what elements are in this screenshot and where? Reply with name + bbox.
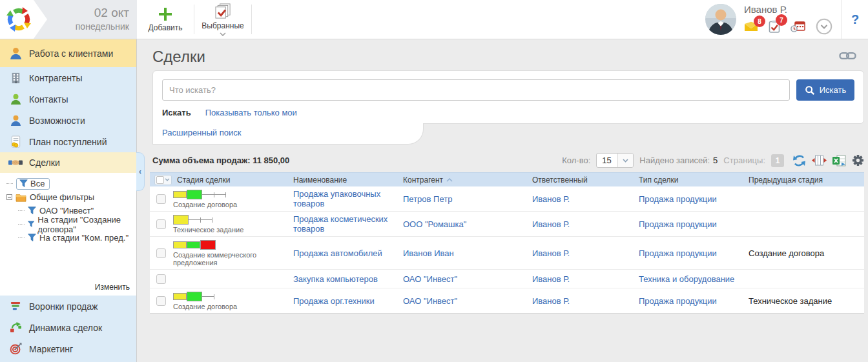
deal-name-link[interactable]: Продажа косметических товаров [293, 214, 388, 234]
refresh-icon [792, 154, 806, 167]
responsible-link[interactable]: Иванов Р. [532, 274, 570, 284]
deal-type-link[interactable]: Продажа продукции [639, 296, 717, 306]
excel-export-button[interactable] [832, 155, 846, 166]
row-checkbox[interactable] [156, 274, 166, 284]
user-menu-button[interactable] [816, 18, 832, 35]
column-header-deal-type[interactable]: Тип сделки [634, 176, 743, 185]
chevron-down-icon [220, 32, 226, 36]
funnel-chart-icon [8, 301, 23, 312]
sidebar-bottom: Воронки продаж Динамика сделок Маркетинг [0, 296, 136, 362]
sidebar-item-counterparties[interactable]: Контрагенты [0, 67, 136, 88]
sidebar-item-deal-dynamics[interactable]: Динамика сделок [0, 317, 136, 338]
sidebar-item-clients[interactable]: Работа с клиентами [0, 39, 136, 67]
deal-name-link[interactable]: Закупка компьютеров [293, 274, 378, 284]
filter-tree: Все Общие фильтры ОАО "Инвест" На стадии… [0, 173, 136, 296]
sidebar-section-deals[interactable]: Сделки [0, 152, 136, 173]
counterparty-link[interactable]: ООО "Ромашка" [403, 219, 466, 229]
counterparty-link[interactable]: Иванов Иван [403, 248, 454, 258]
selected-button[interactable]: Выбранные [194, 0, 251, 39]
expander-minus-icon[interactable] [6, 194, 12, 200]
current-page-badge[interactable]: 1 [771, 154, 784, 167]
sidebar-section-label: Сделки [29, 157, 60, 168]
refresh-button[interactable] [792, 154, 806, 167]
tree-node-all[interactable]: Все [6, 177, 136, 190]
sidebar-item-sales-funnels[interactable]: Воронки продаж [0, 296, 136, 317]
mail-badge: 8 [754, 15, 765, 27]
sidebar-item-contacts[interactable]: Контакты [0, 88, 136, 110]
dynamics-arrow-icon [8, 322, 23, 333]
columns-button[interactable] [812, 155, 827, 166]
only-mine-link[interactable]: Показывать только мои [205, 108, 297, 117]
mail-notification[interactable]: 8 [744, 21, 758, 32]
task-notification[interactable]: 7 [769, 20, 780, 33]
sidebar-item-income-plan[interactable]: План поступлений [0, 131, 136, 152]
responsible-link[interactable]: Иванов Р. [532, 194, 570, 204]
stage-indicator [173, 190, 288, 199]
sidebar-collapse-handle[interactable]: ‹ [136, 152, 145, 191]
user-name[interactable]: Иванов Р. [744, 4, 832, 15]
settings-button[interactable] [852, 154, 864, 166]
edit-link[interactable]: Изменить [88, 279, 136, 296]
table-header: Стадия сделки Наименование Контрагент От… [150, 172, 864, 186]
sidebar-item-opportunities[interactable]: Возможности [0, 110, 136, 131]
help-button[interactable]: ? [842, 12, 868, 27]
total-label: Сумма объема продаж: [152, 156, 251, 165]
building-icon [8, 72, 23, 84]
sidebar-item-marketing[interactable]: Маркетинг [0, 338, 136, 359]
tree-node-label: Все [30, 179, 45, 188]
stage-indicator [173, 215, 288, 225]
target-icon [8, 343, 23, 355]
column-header-prev-stage[interactable]: Предыдущая стадия [743, 176, 864, 185]
sort-asc-icon [446, 178, 453, 182]
row-checkbox[interactable] [156, 194, 166, 204]
sidebar: Работа с клиентами Контрагенты Контакты … [0, 39, 137, 362]
plus-icon [158, 6, 173, 22]
responsible-link[interactable]: Иванов Р. [532, 219, 570, 229]
deal-name-link[interactable]: Продажа автомобилей [293, 248, 382, 258]
stage-cell: Создание договора [172, 288, 288, 313]
sidebar-item-label: Динамика сделок [29, 323, 102, 333]
responsible-link[interactable]: Иванов Р. [532, 296, 570, 306]
count-select[interactable]: 15 [596, 153, 634, 168]
tree-filter-contract-stage[interactable]: На стадии "Создание договора" [18, 217, 136, 231]
calendar-button[interactable] [790, 21, 805, 32]
circle-chevron-down-icon [816, 18, 832, 35]
table-row[interactable]: Создание договора Продажа орг.техники ОА… [150, 288, 864, 314]
table-row[interactable]: Закупка компьютеров ОАО "Инвест" Иванов … [150, 270, 864, 288]
counterparty-link[interactable]: Петров Петр [403, 194, 452, 204]
tree-stub [6, 183, 13, 184]
deal-type-link[interactable]: Техника и оборудование [639, 274, 734, 284]
main-content: Сделки Искать Искать Показывать только м… [137, 39, 868, 362]
deal-name-link[interactable]: Продажа упаковочных товаров [293, 189, 380, 208]
link-icon[interactable] [839, 51, 856, 63]
column-header-name[interactable]: Наименование [288, 176, 398, 185]
row-checkbox[interactable] [156, 219, 166, 229]
advanced-search-link[interactable]: Расширенный поиск [162, 128, 241, 137]
responsible-link[interactable]: Иванов Р. [532, 248, 570, 258]
counterparty-link[interactable]: ОАО "Инвест" [403, 296, 457, 306]
column-header-stage[interactable]: Стадия сделки [172, 176, 288, 185]
tree-filter-comm-offer-stage[interactable]: На стадии "Ком. пред." [18, 231, 136, 245]
table-row[interactable]: Создание договора Продажа упаковочных то… [150, 186, 864, 212]
tree-node-common-filters[interactable]: Общие фильтры [6, 190, 136, 204]
deal-type-link[interactable]: Продажа продукции [639, 248, 717, 258]
row-checkbox[interactable] [156, 248, 166, 258]
column-header-responsible[interactable]: Ответственный [527, 176, 634, 185]
avatar[interactable] [705, 4, 736, 35]
table-row[interactable]: Техническое задание Продажа косметически… [150, 212, 864, 237]
search-input[interactable] [162, 79, 790, 101]
find-label: Искать [162, 108, 191, 117]
table-row[interactable]: Создание коммерческого предложения Прода… [150, 237, 864, 270]
select-all-checkbox[interactable] [154, 175, 172, 185]
prev-stage: Техническое задание [743, 296, 864, 306]
add-button[interactable]: Добавить [137, 0, 194, 39]
deal-type-link[interactable]: Продажа продукции [639, 194, 717, 204]
row-checkbox[interactable] [156, 296, 166, 306]
counterparty-link[interactable]: ОАО "Инвест" [403, 274, 457, 284]
sidebar-item-label: Маркетинг [29, 344, 73, 354]
deal-name-link[interactable]: Продажа орг.техники [293, 296, 375, 306]
column-header-counterparty[interactable]: Контрагент [398, 176, 527, 185]
search-button[interactable]: Искать [796, 79, 854, 101]
deal-type-link[interactable]: Продажа продукции [639, 219, 717, 229]
toolbar-divider [251, 5, 252, 34]
